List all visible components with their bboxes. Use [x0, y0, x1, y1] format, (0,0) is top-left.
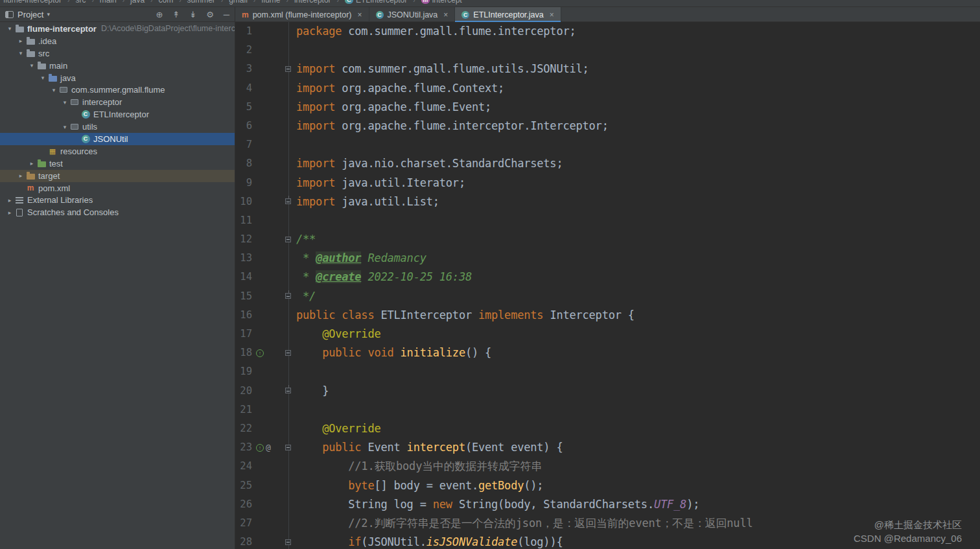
breadcrumb-item[interactable]: gmall — [229, 0, 248, 5]
code-line[interactable]: 5import org.apache.flume.Event; — [235, 98, 980, 117]
code-line[interactable]: 13 * @author Redamancy — [235, 249, 980, 268]
chevron-right-icon[interactable]: ▸ — [27, 160, 36, 167]
breadcrumb-separator-icon: › — [221, 0, 223, 4]
code-line[interactable]: 9import java.util.Iterator; — [235, 174, 980, 193]
chevron-right-icon[interactable]: ▸ — [16, 38, 25, 44]
close-icon[interactable]: × — [358, 11, 362, 19]
override-gutter-icon[interactable]: ↑ — [256, 349, 264, 357]
tree-item-com-summer-gmall-flume[interactable]: ▾com.summer.gmall.flume — [0, 84, 235, 96]
breadcrumb-separator-icon: › — [122, 0, 124, 4]
fold-marker[interactable] — [285, 350, 291, 356]
close-icon[interactable]: × — [550, 11, 554, 19]
code-line[interactable]: 18↑ public void initialize() { — [235, 344, 980, 362]
editor-tab-pom-xml-flume-interceptor[interactable]: mpom.xml (flume-interceptor)× — [235, 7, 369, 22]
close-icon[interactable]: × — [443, 11, 448, 19]
breadcrumb-item[interactable]: java — [130, 0, 145, 5]
chevron-down-icon[interactable]: ▾ — [38, 75, 47, 81]
tree-item-src[interactable]: ▾src — [0, 47, 235, 60]
locate-icon[interactable]: ⊕ — [156, 10, 163, 19]
code-line[interactable]: 25 byte[] body = event.getBody(); — [235, 476, 980, 495]
line-number: 11 — [235, 211, 252, 230]
code-line[interactable]: 2 — [235, 41, 980, 60]
tree-item-etlinterceptor[interactable]: CETLInterceptor — [0, 108, 235, 121]
tree-item-flume-interceptor[interactable]: ▾flume-interceptorD:\Acode\BigDataProjec… — [0, 23, 235, 35]
chevron-down-icon[interactable]: ▾ — [5, 25, 14, 32]
fold-marker[interactable] — [285, 388, 291, 393]
code-line[interactable]: 11 — [235, 211, 980, 230]
code-line[interactable]: 15 */ — [235, 287, 980, 306]
tree-item-pom-xml[interactable]: mpom.xml — [0, 182, 235, 194]
annotation-gutter-icon[interactable]: @ — [266, 443, 271, 452]
code-line[interactable]: 16public class ETLInterceptor implements… — [235, 306, 980, 325]
code-text: } — [296, 382, 329, 401]
fold-marker[interactable] — [285, 445, 291, 450]
breadcrumb-item[interactable]: summer — [187, 0, 215, 5]
breadcrumb-item[interactable]: com — [158, 0, 173, 5]
hide-panel-icon[interactable]: ─ — [224, 10, 229, 19]
override-gutter-icon[interactable]: ↑ — [256, 444, 264, 452]
code-line[interactable]: 21 — [235, 401, 980, 419]
code-line[interactable]: 3import com.summer.gmall.flume.utils.JSO… — [235, 60, 980, 78]
code-line[interactable]: 12/** — [235, 230, 980, 249]
code-editor[interactable]: 1package com.summer.gmall.flume.intercep… — [235, 22, 980, 549]
fold-marker[interactable] — [285, 66, 291, 72]
code-line[interactable]: 14 * @create 2022-10-25 16:38 — [235, 268, 980, 286]
tree-item-resources[interactable]: ▦resources — [0, 145, 235, 158]
fold-column — [281, 533, 296, 549]
breadcrumb-item[interactable]: main — [100, 0, 117, 5]
code-line[interactable]: 8import java.nio.charset.StandardCharset… — [235, 154, 980, 173]
chevron-down-icon[interactable]: ▾ — [60, 99, 69, 106]
tree-item-interceptor[interactable]: ▾interceptor — [0, 96, 235, 108]
code-line[interactable]: 24 //1.获取body当中的数据并转成字符串 — [235, 457, 980, 476]
chevron-down-icon[interactable]: ▾ — [16, 50, 25, 56]
breadcrumb-item[interactable]: flume — [261, 0, 280, 5]
chevron-right-icon[interactable]: ▸ — [16, 172, 25, 179]
expand-all-icon[interactable]: ↟ — [172, 10, 180, 19]
tree-item-java[interactable]: ▾java — [0, 72, 235, 84]
collapse-all-icon[interactable]: ↡ — [189, 10, 196, 19]
fold-marker[interactable] — [285, 293, 291, 299]
tree-item-label: java — [60, 73, 76, 83]
fold-marker[interactable] — [285, 198, 291, 204]
fold-marker[interactable] — [285, 237, 291, 242]
fold-column — [281, 325, 296, 344]
code-text: */ — [296, 287, 316, 306]
fold-column — [281, 79, 296, 98]
tree-item-main[interactable]: ▾main — [0, 60, 235, 72]
code-line[interactable]: 22 @Override — [235, 419, 980, 438]
fold-column — [281, 401, 296, 419]
breadcrumb-item[interactable]: flume-interceptor — [3, 0, 62, 5]
tree-item-utils[interactable]: ▾utils — [0, 121, 235, 133]
chevron-right-icon[interactable]: ▸ — [5, 209, 14, 216]
code-line[interactable]: 23↑@ public Event intercept(Event event)… — [235, 438, 980, 457]
tree-item-scratches-and-consoles[interactable]: ▸Scratches and Consoles — [0, 206, 235, 218]
breadcrumb-method-item[interactable]: mintercept — [421, 0, 462, 5]
code-line[interactable]: 20 } — [235, 382, 980, 401]
tree-item-idea[interactable]: ▸.idea — [0, 35, 235, 47]
tree-item-test[interactable]: ▸test — [0, 158, 235, 170]
code-line[interactable]: 26 String log = new String(body, Standar… — [235, 495, 980, 514]
fold-marker[interactable] — [285, 539, 291, 545]
breadcrumb-item[interactable]: interceptor — [294, 0, 331, 5]
tree-item-target[interactable]: ▸target — [0, 170, 235, 182]
chevron-down-icon[interactable]: ▾ — [49, 87, 58, 93]
breadcrumb-class-item[interactable]: CETLInterceptor — [345, 0, 407, 5]
chevron-right-icon[interactable]: ▸ — [5, 197, 14, 204]
tree-item-jsonutil[interactable]: CJSONUtil — [0, 133, 235, 145]
code-line[interactable]: 17 @Override — [235, 325, 980, 344]
settings-gear-icon[interactable]: ⚙ — [206, 10, 214, 19]
code-line[interactable]: 7 — [235, 135, 980, 154]
breadcrumb-item[interactable]: src — [75, 0, 86, 5]
chevron-down-icon[interactable]: ▾ — [60, 124, 69, 130]
editor-tab-etlinterceptor-java[interactable]: CETLInterceptor.java× — [455, 7, 561, 22]
editor-tab-jsonutil-java[interactable]: CJSONUtil.java× — [369, 7, 456, 22]
chevron-down-icon[interactable]: ▾ — [27, 62, 36, 69]
code-line[interactable]: 4import org.apache.flume.Context; — [235, 79, 980, 98]
tree-item-external-libraries[interactable]: ▸External Libraries — [0, 194, 235, 206]
code-line[interactable]: 19 — [235, 362, 980, 381]
chevron-down-icon[interactable]: ▾ — [47, 11, 50, 18]
code-line[interactable]: 6import org.apache.flume.interceptor.Int… — [235, 117, 980, 135]
code-line[interactable]: 1package com.summer.gmall.flume.intercep… — [235, 22, 980, 41]
tree-item-label: External Libraries — [27, 195, 93, 205]
code-line[interactable]: 10import java.util.List; — [235, 193, 980, 211]
